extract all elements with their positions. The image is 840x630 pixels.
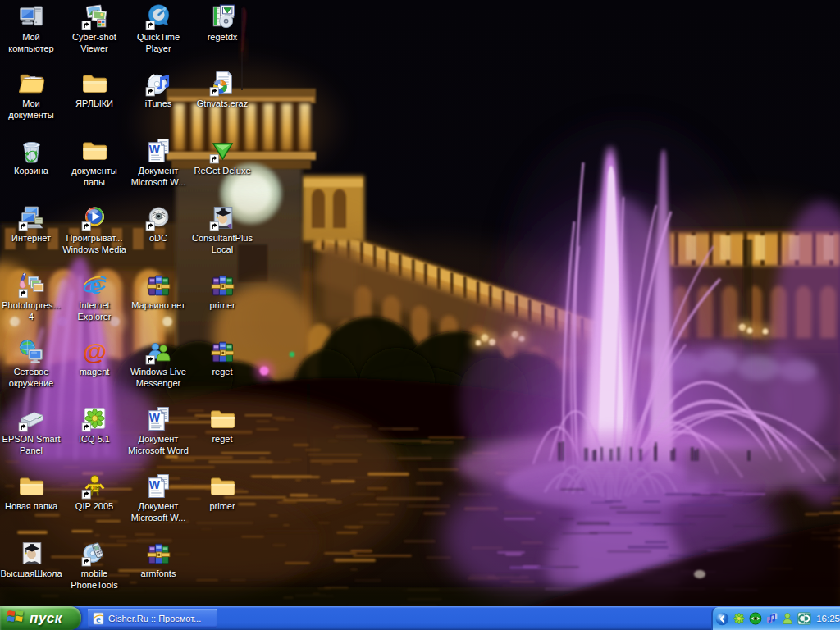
svg-text:e: e — [96, 612, 101, 624]
